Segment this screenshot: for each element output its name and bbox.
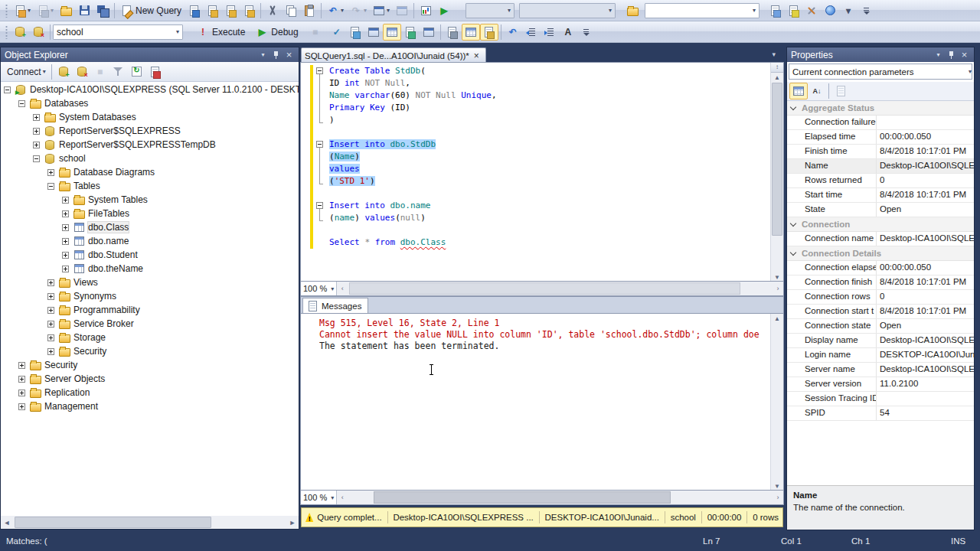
hscroll-right-icon[interactable]: › (773, 285, 783, 292)
toolbar-combo-2[interactable]: ▾ (519, 3, 616, 18)
property-row[interactable]: Login nameDESKTOP-ICA10OI\Juna (787, 348, 974, 363)
tree-item[interactable]: ReportServer$SQLEXPRESS (1, 124, 299, 138)
show-estimated-plan-button[interactable] (346, 24, 364, 41)
tree-item[interactable]: System Databases (1, 110, 299, 124)
save-button[interactable] (75, 2, 93, 19)
tab-close-icon[interactable]: × (474, 51, 479, 61)
fold-collapse-icon[interactable] (316, 141, 323, 148)
hscroll-left-icon[interactable]: ‹ (337, 285, 348, 292)
toolbar1-caret[interactable]: ▾ (839, 2, 858, 19)
alphabetical-button[interactable]: A↓ (808, 83, 826, 99)
oe-script-icon[interactable] (146, 64, 165, 80)
analysis-xmla-query-button[interactable] (240, 2, 258, 19)
expand-icon[interactable] (62, 210, 69, 217)
cut-button[interactable] (263, 2, 282, 19)
tree-item[interactable]: ReportServer$SQLEXPRESSTempDB (1, 138, 299, 152)
intellisense-enabled-button[interactable] (383, 24, 401, 41)
expand-icon[interactable] (47, 348, 54, 355)
new-query-button[interactable]: New Query (117, 2, 185, 19)
change-case-button[interactable]: A (559, 24, 577, 41)
expand-icon[interactable] (33, 114, 40, 121)
expand-icon[interactable] (18, 403, 25, 410)
new-server-registration-button[interactable]: ▾ (11, 2, 34, 19)
chevron-down-icon[interactable] (790, 104, 796, 110)
toolbar-combo-1[interactable]: ▾ (466, 3, 514, 18)
tree-item[interactable]: Database Diagrams (1, 165, 299, 179)
hscroll-left-icon[interactable]: ‹ (337, 494, 348, 501)
connect-button[interactable]: Connect ▾ (4, 64, 49, 80)
analysis-mdx-query-button[interactable] (203, 2, 221, 19)
property-row[interactable]: Finish time8/4/2018 10:17:01 PM (787, 145, 974, 159)
property-row[interactable]: Connection nameDesktop-ICA10OI\SQLE (787, 232, 974, 246)
property-row[interactable]: Rows returned0 (787, 174, 974, 188)
property-row[interactable]: Session Tracing ID (787, 392, 974, 406)
property-row[interactable]: NameDesktop-ICA10OI\SQLE (787, 159, 974, 174)
tree-item[interactable]: dbo.Student (1, 248, 299, 262)
property-row[interactable]: SPID54 (787, 406, 974, 421)
web-browser-button[interactable] (821, 2, 839, 19)
query-options-button[interactable] (364, 24, 383, 41)
disconnect-database-button[interactable] (29, 24, 47, 41)
paste-button[interactable] (300, 2, 318, 19)
execute-button[interactable]: !Execute (194, 24, 248, 41)
expand-icon[interactable] (18, 390, 25, 396)
database-engine-query-button[interactable] (185, 2, 203, 19)
increase-indent-button[interactable] (541, 24, 559, 41)
tree-item[interactable]: Synonyms (1, 289, 299, 303)
oe-disconnect-icon[interactable] (73, 64, 91, 80)
toolbar1-overflow[interactable] (858, 2, 876, 19)
expand-icon[interactable] (47, 334, 54, 341)
window-position-caret-icon[interactable]: ▾ (933, 50, 944, 60)
expand-icon[interactable] (47, 321, 54, 328)
tree-item[interactable]: Management (1, 399, 299, 413)
messages-vscrollbar[interactable]: ▲ ▼ (770, 314, 783, 491)
editor-zoom-control[interactable]: 100 %▾ (301, 282, 337, 295)
expand-icon[interactable] (18, 362, 25, 369)
toolbar2-overflow[interactable] (577, 24, 596, 41)
parse-button[interactable]: ✓ (328, 24, 346, 41)
tree-item[interactable]: Security (1, 358, 299, 372)
activity-monitor-button[interactable] (416, 2, 435, 19)
scroll-left-icon[interactable]: ◄ (1, 519, 13, 527)
messages-tab[interactable]: Messages (302, 298, 368, 314)
expand-icon[interactable] (62, 238, 69, 245)
sqlcmd-mode-button[interactable]: ↶ (504, 24, 522, 41)
database-combo[interactable]: school▾ (53, 24, 183, 40)
scroll-up-icon[interactable]: ▲ (771, 74, 783, 81)
property-row[interactable]: Server nameDesktop-ICA10OI\SQLE (787, 363, 974, 377)
tree-item[interactable]: Service Broker (1, 317, 299, 331)
include-client-statistics-button[interactable] (401, 24, 420, 41)
oe-filter-icon[interactable] (109, 64, 128, 80)
categorized-button[interactable] (789, 83, 808, 99)
navigate-menu-button[interactable]: ▾ (370, 2, 393, 19)
property-row[interactable]: Connection failure (787, 116, 974, 130)
tree-item[interactable]: Tables (1, 179, 299, 193)
chevron-down-icon[interactable] (790, 249, 796, 256)
messages-pane[interactable]: Msg 515, Level 16, State 2, Line 1Cannot… (301, 314, 783, 491)
expand-icon[interactable] (47, 307, 54, 314)
collapse-icon[interactable] (33, 155, 40, 162)
results-to-grid-button[interactable] (462, 24, 480, 41)
close-icon[interactable]: × (959, 50, 970, 60)
expand-icon[interactable] (47, 293, 54, 300)
analysis-dmx-query-button[interactable] (221, 2, 240, 19)
property-row[interactable]: Elapsed time00:00:00.050 (787, 130, 974, 145)
property-row[interactable]: Connection elapsed00:00:00.050 (787, 261, 974, 276)
tree-item[interactable]: Programmability (1, 303, 299, 317)
undo-button[interactable]: ↶▾ (324, 2, 347, 19)
fold-collapse-icon[interactable] (316, 202, 323, 209)
code-editor[interactable]: Create Table StdDb(ID int NOT Null,Name … (301, 63, 783, 282)
close-icon[interactable]: × (283, 50, 295, 60)
copy-button[interactable] (282, 2, 300, 19)
search-combo[interactable]: ▾ (645, 3, 760, 18)
document-tab[interactable]: SQLQuery1.sql - De...A10OI\Junaid (54))*… (301, 47, 486, 63)
decrease-indent-button[interactable] (522, 24, 541, 41)
oe-refresh-icon[interactable] (128, 64, 146, 80)
hscroll-right-icon[interactable]: › (773, 494, 783, 501)
pin-icon[interactable] (946, 50, 957, 60)
property-row[interactable]: Connection stateOpen (787, 319, 974, 334)
expand-icon[interactable] (62, 266, 69, 272)
open-file-button[interactable] (57, 2, 75, 19)
start-powershell-button[interactable]: ▶ (435, 2, 453, 19)
collapse-icon[interactable] (18, 100, 25, 107)
